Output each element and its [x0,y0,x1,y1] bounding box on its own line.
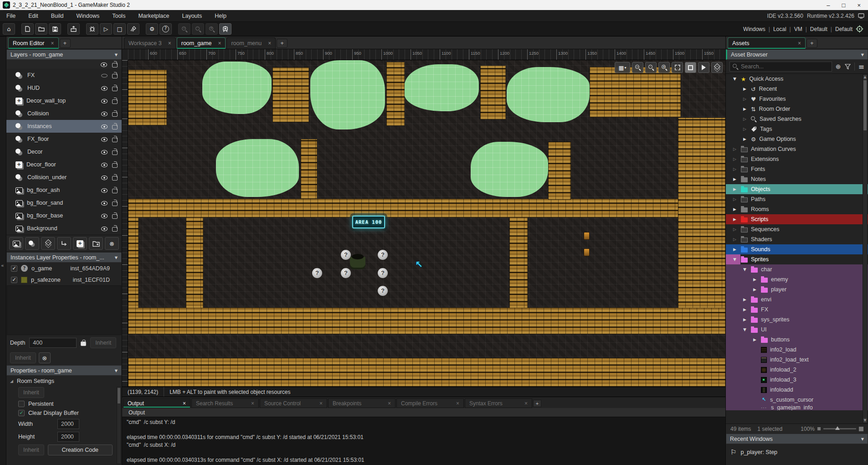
lock-toggle-icon[interactable] [112,97,118,104]
area-sign-instance[interactable]: AREA 100 [352,216,385,228]
room-width-input[interactable] [57,419,79,429]
add-tab-button[interactable]: + [806,39,817,48]
run-room-button[interactable] [698,62,709,73]
target-output-label[interactable]: Default [835,26,853,32]
tree-quick-access[interactable]: ▼★Quick Access [726,74,868,84]
tree-buttons-folder[interactable]: ▶buttons [726,335,868,345]
collapse-panel-handle[interactable]: « [1,263,4,269]
layer-row-bg-floor-sand[interactable]: bg_floor_sand [6,196,122,209]
reset-icon-button[interactable]: ⊗ [39,352,51,363]
question-marker-instance[interactable]: ? [378,286,388,296]
lock-toggle-icon[interactable] [112,199,118,207]
add-asset-layer-button[interactable] [9,237,23,250]
instance-checkbox[interactable]: ✓ [11,265,17,272]
asset-tree-scrollbar[interactable]: ▲▼ [863,74,868,423]
room-height-input[interactable] [57,432,79,442]
tree-sequences[interactable]: ▷Sequences [726,224,868,234]
tree-ui-folder[interactable]: ▼UI [726,325,868,335]
tab-breakpoints[interactable]: Breakpoints× [328,398,395,408]
add-layer-folder-button[interactable] [89,237,103,250]
menu-edit[interactable]: Edit [22,10,45,21]
room-settings-toggle[interactable]: ◢ Room Settings [6,377,122,386]
add-output-tab-button[interactable]: + [533,400,541,407]
persistent-checkbox[interactable] [18,401,25,407]
close-icon[interactable]: × [268,40,271,46]
tree-scripts[interactable]: ▶Scripts [726,214,868,224]
canvas-zoom-in-button[interactable]: + [658,62,670,73]
add-asset-button[interactable]: ⊕ [836,63,841,70]
tree-sprite-infoload-3[interactable]: infoload_3 [726,375,868,385]
lock-toggle-icon[interactable] [112,84,118,92]
paint-mode-button[interactable] [711,62,723,73]
tree-sprites[interactable]: ▼Sprites [726,254,740,264]
lock-toggle-icon[interactable] [112,212,118,219]
tree-fonts[interactable]: ▷Fonts [726,164,868,174]
target-platform-label[interactable]: Windows [743,26,765,32]
tree-envi-folder[interactable]: ▶envi [726,294,868,305]
tab-room-editor[interactable]: Room Editor × [8,37,59,49]
menu-help[interactable]: Help [208,10,233,21]
tree-shaders[interactable]: ▷Shaders [726,234,868,244]
instance-row-o-game[interactable]: ✓ ? o_game inst_654AD9A9 [6,263,122,274]
tree-extensions[interactable]: ▷Extensions [726,154,868,164]
zoom-slider[interactable] [823,428,856,429]
menu-marketplace[interactable]: Marketplace [132,10,175,21]
torch-sprite[interactable] [584,232,590,240]
question-marker-instance[interactable]: ? [378,268,388,278]
room-inherit-button[interactable]: Inherit [18,387,44,398]
tree-room-order[interactable]: ▶⇅Room Order [726,104,868,114]
close-icon[interactable]: × [51,40,54,46]
close-icon[interactable]: × [319,400,323,407]
visibility-toggle-icon[interactable] [101,72,108,79]
add-instance-layer-button[interactable] [25,237,39,250]
layer-row-fx[interactable]: FX [6,69,122,82]
layer-row-decor-floor[interactable]: +Decor_floor [6,158,122,171]
menu-hamburger-icon[interactable]: ≡ [858,62,864,71]
create-executable-button[interactable] [67,23,80,35]
close-icon[interactable]: × [218,40,221,46]
question-marker-instance[interactable]: ? [378,250,388,260]
show-room-border-button[interactable] [685,62,696,73]
zoom-slider-thumb[interactable] [835,426,840,430]
open-project-button[interactable] [35,23,47,35]
add-path-layer-button[interactable] [57,237,71,250]
visibility-toggle-icon[interactable] [101,148,108,155]
layer-row-collision[interactable]: Collision [6,107,122,120]
recent-windows-header[interactable]: Recent Windows ▾ [726,434,868,444]
pot-instance[interactable] [350,257,365,269]
tab-syntax-errors[interactable]: Syntax Errors× [465,398,532,408]
tree-recent[interactable]: ▶↺Recent [726,84,868,94]
properties-scrollbar[interactable] [117,387,121,464]
menu-windows[interactable]: Windows [70,10,106,21]
layer-row-collision-under[interactable]: Collision_under [6,171,122,184]
help-button[interactable]: ? [159,23,172,35]
layer-row-decor-wall-top[interactable]: +Decor_wall_top [6,94,122,107]
lock-toggle-icon[interactable] [112,225,118,232]
close-icon[interactable]: × [168,40,171,46]
restore-button[interactable]: □ [842,2,846,9]
tree-objects[interactable]: ▶Objects [726,184,868,194]
question-marker-instance[interactable]: ? [341,268,351,278]
tree-fx-folder[interactable]: ▶FX [726,305,868,315]
room-viewport[interactable]: AREA 100 ? ? ? ? ? ? ↖ ▦▾ − · + [128,60,725,387]
tree-sounds[interactable]: ▶Sounds [726,244,868,254]
fit-to-window-button[interactable] [672,62,683,73]
tree-sys-sprites-folder[interactable]: ▶sys_sprites [726,315,868,325]
run-button[interactable]: ▷ [100,23,112,35]
instance-row-p-safezone[interactable]: ✓ p_safezone inst_1ECF01D [6,274,122,285]
tab-search-results[interactable]: Search Results× [191,398,259,408]
depth-lock-icon[interactable] [81,339,86,346]
debug-button[interactable] [86,23,98,35]
recent-window-item[interactable]: ⚐ p_player: Step [726,444,868,458]
scroll-down-arrow[interactable]: ▼ [863,418,867,423]
minimize-button[interactable]: – [827,2,830,9]
visibility-toggle-icon[interactable] [101,174,108,181]
layer-row-hud[interactable]: HUD [6,82,122,94]
tree-sprite-infoload-2[interactable]: infoload_2 [726,365,868,375]
close-icon[interactable]: × [524,400,528,407]
layer-row-instances-selected[interactable]: Instances [6,120,122,133]
asset-tree[interactable]: ▼★Quick Access ▶↺Recent ▷♥Favourites ▶⇅R… [726,73,868,424]
tree-tags[interactable]: ▷Tags [726,124,868,134]
canvas-zoom-reset-button[interactable]: · [645,62,657,73]
tab-source-control[interactable]: Source Control× [260,398,327,408]
